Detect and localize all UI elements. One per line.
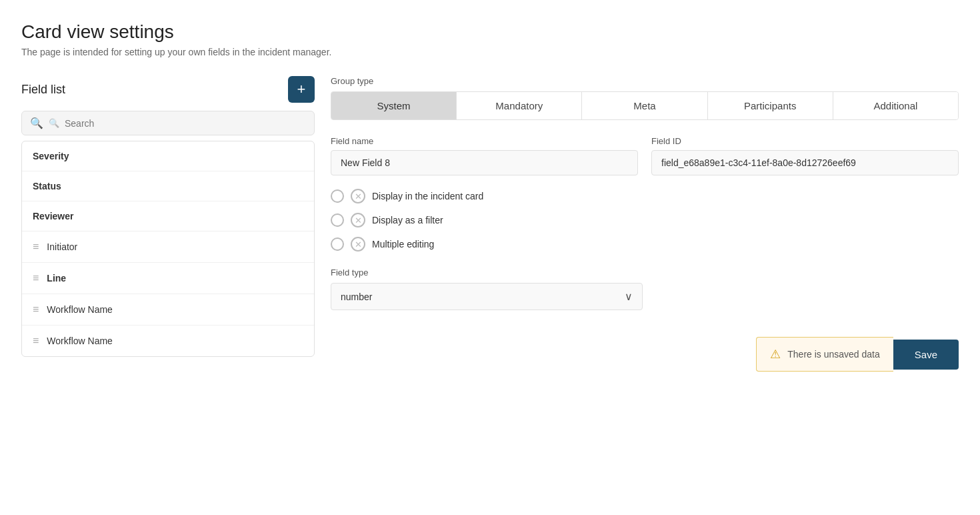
tabs-container: System Mandatory Meta Participants Addit… — [331, 91, 959, 120]
tab-mandatory[interactable]: Mandatory — [457, 92, 582, 119]
search-input[interactable] — [65, 118, 306, 129]
tab-system[interactable]: System — [331, 92, 457, 119]
field-type-value: number — [341, 292, 372, 302]
page-title: Card view settings — [21, 21, 959, 43]
right-panel: Group type System Mandatory Meta Partici… — [331, 76, 959, 372]
field-id-label: Field ID — [651, 136, 959, 146]
list-item[interactable]: ≡ Line — [22, 263, 314, 294]
checkbox-display-card[interactable]: ✕ Display in the incident card — [331, 189, 959, 203]
search-icon-2: 🔍 — [49, 118, 59, 128]
field-list-header: Field list + — [21, 76, 315, 103]
search-icon: 🔍 — [30, 117, 43, 129]
checkbox-multiple-editing-label: Multiple editing — [372, 239, 434, 249]
field-label: Workflow Name — [47, 304, 113, 315]
page-subtitle: The page is intended for setting up your… — [21, 47, 959, 57]
list-item[interactable]: ≡ Workflow Name — [22, 294, 314, 326]
form-row-names: Field name Field ID — [331, 136, 959, 175]
field-label: Status — [33, 181, 61, 191]
checkbox-display-filter-label: Display as a filter — [372, 215, 443, 225]
add-field-button[interactable]: + — [288, 76, 315, 103]
unsaved-notice: ⚠ There is unsaved data — [756, 337, 893, 372]
list-item[interactable]: Severity — [22, 141, 314, 171]
radio-circle — [331, 189, 344, 203]
list-item[interactable]: Reviewer — [22, 201, 314, 231]
field-label: Workflow Name — [47, 336, 113, 346]
checkbox-display-filter[interactable]: ✕ Display as a filter — [331, 213, 959, 227]
list-item[interactable]: ≡ Workflow Name — [22, 326, 314, 356]
close-icon: ✕ — [351, 213, 365, 227]
list-item[interactable]: ≡ Initiator — [22, 231, 314, 263]
drag-handle-icon[interactable]: ≡ — [33, 335, 39, 347]
field-type-dropdown[interactable]: number ∨ — [331, 283, 643, 310]
left-panel: Field list + 🔍 🔍 Severity Status — [21, 76, 315, 357]
radio-circle — [331, 213, 344, 227]
drag-handle-icon[interactable]: ≡ — [33, 304, 39, 316]
field-list-container: Severity Status Reviewer ≡ Initiator ≡ — [21, 141, 315, 357]
field-label: Reviewer — [33, 211, 73, 221]
field-label: Initiator — [47, 241, 77, 252]
field-list-title: Field list — [21, 83, 65, 97]
field-id-group: Field ID — [651, 136, 959, 175]
close-icon: ✕ — [351, 189, 365, 203]
tab-additional[interactable]: Additional — [833, 92, 958, 119]
group-type-label: Group type — [331, 76, 959, 86]
unsaved-text: There is unsaved data — [787, 349, 880, 360]
field-label: Severity — [33, 151, 69, 161]
field-name-label: Field name — [331, 136, 638, 146]
drag-handle-icon[interactable]: ≡ — [33, 241, 39, 253]
checkbox-multiple-editing[interactable]: ✕ Multiple editing — [331, 237, 959, 251]
tab-meta[interactable]: Meta — [582, 92, 707, 119]
save-button[interactable]: Save — [893, 340, 959, 370]
search-box: 🔍 🔍 — [21, 111, 315, 135]
chevron-down-icon: ∨ — [625, 290, 633, 303]
tab-participants[interactable]: Participants — [708, 92, 833, 119]
field-type-label: Field type — [331, 268, 959, 278]
radio-circle — [331, 237, 344, 251]
field-name-group: Field name — [331, 136, 638, 175]
field-id-input[interactable] — [651, 150, 959, 175]
field-label: Line — [47, 273, 66, 284]
field-type-section: Field type number ∨ — [331, 268, 959, 310]
field-name-input[interactable] — [331, 150, 638, 175]
checkbox-display-card-label: Display in the incident card — [372, 191, 483, 201]
checkbox-group: ✕ Display in the incident card ✕ Display… — [331, 189, 959, 251]
warning-icon: ⚠ — [770, 347, 781, 362]
close-icon: ✕ — [351, 237, 365, 251]
bottom-bar: ⚠ There is unsaved data Save — [331, 337, 959, 372]
drag-handle-icon[interactable]: ≡ — [33, 272, 39, 284]
list-item[interactable]: Status — [22, 171, 314, 201]
